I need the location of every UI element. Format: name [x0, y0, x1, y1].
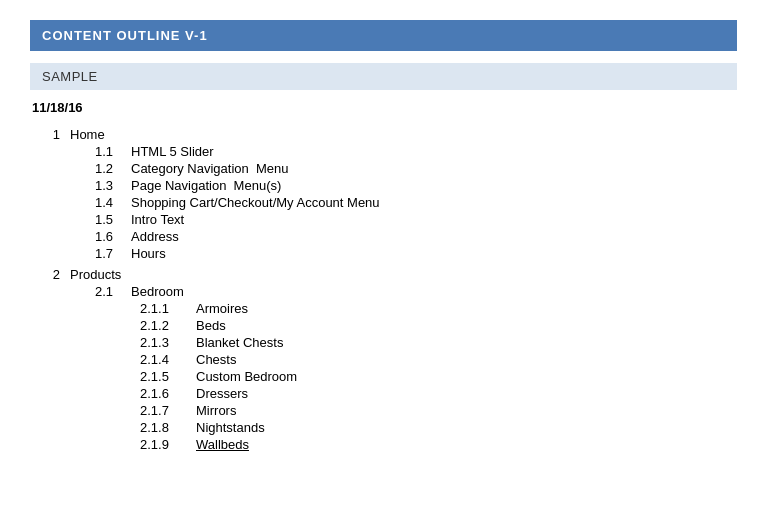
list-item: 2 Products — [40, 267, 737, 282]
sample-bar: SAMPLE — [30, 63, 737, 90]
sample-label: SAMPLE — [42, 69, 98, 84]
item-number: 1.2 — [95, 161, 125, 176]
item-number: 1.4 — [95, 195, 125, 210]
list-item: 1.6 Address — [95, 229, 737, 244]
item-label: Bedroom — [131, 284, 184, 299]
item-number: 2.1.9 — [140, 437, 190, 452]
list-item: 2.1.7 Mirrors — [140, 403, 737, 418]
list-item: 1.1 HTML 5 Slider — [95, 144, 737, 159]
list-item: 1.3 Page Navigation Menu(s) — [95, 178, 737, 193]
list-item: 2.1.9 Wallbeds — [140, 437, 737, 452]
item-label: Wallbeds — [196, 437, 296, 452]
list-item: 1 Home — [40, 127, 737, 142]
item-label: Home — [70, 127, 105, 142]
item-label: Dressers — [196, 386, 296, 401]
item-label: Address — [131, 229, 179, 244]
header-title: CONTENT OUTLINE V-1 — [42, 28, 208, 43]
item-label: Mirrors — [196, 403, 296, 418]
item-label: Beds — [196, 318, 296, 333]
item-label: Chests — [196, 352, 296, 367]
outline-content: 1 Home 1.1 HTML 5 Slider 1.2 Category Na… — [40, 127, 737, 452]
list-item: 1.4 Shopping Cart/Checkout/My Account Me… — [95, 195, 737, 210]
item-label: Custom Bedroom — [196, 369, 297, 384]
item-number: 2.1.7 — [140, 403, 190, 418]
item-number: 1.7 — [95, 246, 125, 261]
list-item: 2.1.8 Nightstands — [140, 420, 737, 435]
list-item: 2.1.4 Chests — [140, 352, 737, 367]
list-item: 2.1.3 Blanket Chests — [140, 335, 737, 350]
item-number: 2 — [40, 267, 60, 282]
item-label: Blanket Chests — [196, 335, 296, 350]
item-number: 2.1.6 — [140, 386, 190, 401]
item-label: Hours — [131, 246, 166, 261]
item-number: 2.1 — [95, 284, 125, 299]
list-item: 2.1.6 Dressers — [140, 386, 737, 401]
list-item: 2.1.5 Custom Bedroom — [140, 369, 737, 384]
item-number: 1.6 — [95, 229, 125, 244]
item-label: Armoires — [196, 301, 296, 316]
date-text: 11/18/16 — [32, 100, 83, 115]
item-label: HTML 5 Slider — [131, 144, 214, 159]
item-number: 1.1 — [95, 144, 125, 159]
page-wrapper: CONTENT OUTLINE V-1 SAMPLE 11/18/16 1 Ho… — [0, 0, 767, 474]
item-number: 2.1.2 — [140, 318, 190, 333]
list-item: 2.1.2 Beds — [140, 318, 737, 333]
item-number: 2.1.3 — [140, 335, 190, 350]
list-item: 1.2 Category Navigation Menu — [95, 161, 737, 176]
list-item: 1.7 Hours — [95, 246, 737, 261]
item-number: 2.1.8 — [140, 420, 190, 435]
item-label: Intro Text — [131, 212, 184, 227]
item-number: 2.1.5 — [140, 369, 190, 384]
item-number: 2.1.1 — [140, 301, 190, 316]
item-label: Category Navigation Menu — [131, 161, 289, 176]
header-bar: CONTENT OUTLINE V-1 — [30, 20, 737, 51]
item-label: Products — [70, 267, 121, 282]
item-number: 1 — [40, 127, 60, 142]
item-number: 2.1.4 — [140, 352, 190, 367]
item-number: 1.3 — [95, 178, 125, 193]
item-label: Nightstands — [196, 420, 296, 435]
item-number: 1.5 — [95, 212, 125, 227]
list-item: 2.1 Bedroom — [95, 284, 737, 299]
item-label: Shopping Cart/Checkout/My Account Menu — [131, 195, 380, 210]
list-item: 1.5 Intro Text — [95, 212, 737, 227]
item-label: Page Navigation Menu(s) — [131, 178, 281, 193]
list-item: 2.1.1 Armoires — [140, 301, 737, 316]
date-line: 11/18/16 — [32, 100, 737, 115]
